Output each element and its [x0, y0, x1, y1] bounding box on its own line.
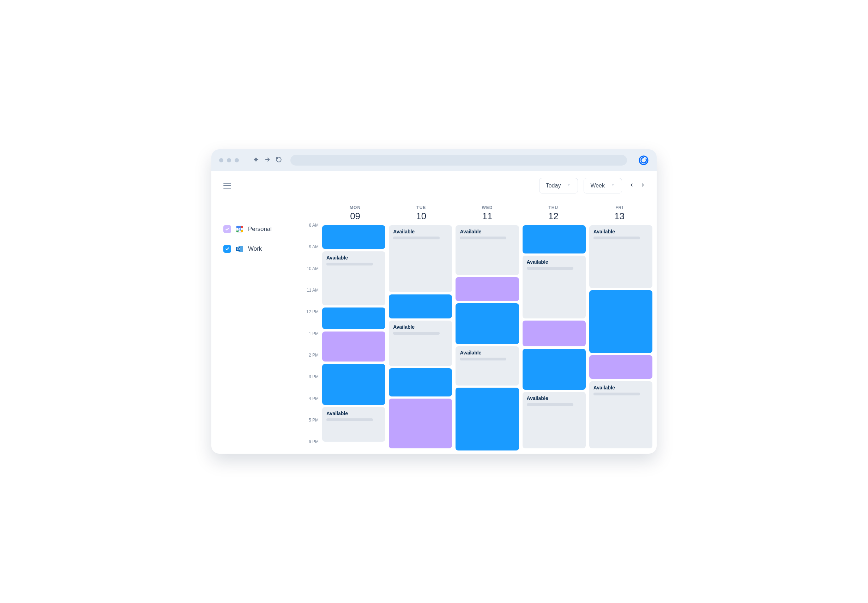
day-of-week: MON — [322, 205, 388, 210]
next-week-button[interactable] — [639, 181, 647, 190]
available-slot[interactable]: Available — [456, 225, 519, 275]
placeholder-line — [393, 237, 439, 240]
traffic-light-close[interactable] — [219, 158, 224, 162]
available-slot[interactable]: Available — [322, 251, 385, 305]
google-calendar-icon: 31 — [235, 225, 244, 233]
day-of-week: TUE — [388, 205, 454, 210]
busy-event[interactable] — [523, 225, 586, 254]
available-slot[interactable]: Available — [456, 346, 519, 385]
available-label: Available — [393, 229, 448, 234]
menu-button[interactable] — [224, 183, 231, 189]
busy-event[interactable] — [389, 294, 452, 318]
day-number: 10 — [388, 211, 454, 222]
refresh-icon[interactable] — [276, 156, 282, 164]
day-of-week: FRI — [586, 205, 652, 210]
busy-event[interactable] — [322, 331, 385, 362]
placeholder-line — [527, 267, 574, 270]
available-slot[interactable]: Available — [322, 407, 385, 442]
view-dropdown[interactable]: Week — [584, 178, 622, 193]
available-label: Available — [594, 229, 648, 234]
prev-week-button[interactable] — [628, 181, 635, 190]
available-slot[interactable]: Available — [389, 225, 452, 292]
placeholder-line — [393, 332, 439, 335]
available-slot[interactable]: Available — [589, 225, 652, 288]
placeholder-line — [460, 237, 506, 240]
calendar-label: Work — [248, 245, 262, 252]
day-column[interactable]: AvailableAvailable — [389, 225, 452, 453]
day-header: FRI13 — [586, 205, 652, 224]
caret-down-icon — [566, 182, 571, 189]
sidebar-item-personal[interactable]: 31 Personal — [224, 225, 290, 233]
sidebar-item-work[interactable]: Work — [224, 245, 290, 253]
today-label: Today — [546, 182, 561, 189]
busy-event[interactable] — [589, 290, 652, 353]
busy-event[interactable] — [322, 308, 385, 329]
busy-event[interactable] — [456, 277, 519, 301]
busy-event[interactable] — [322, 364, 385, 405]
calendly-logo-icon — [638, 155, 649, 165]
available-slot[interactable]: Available — [523, 256, 586, 319]
browser-nav — [253, 156, 282, 164]
header-controls: Today Week — [539, 178, 647, 193]
calendar-area: MON09TUE10WED11THU12FRI13 8 AM9 AM10 AM1… — [299, 200, 657, 454]
back-icon[interactable] — [253, 156, 259, 164]
traffic-light-max[interactable] — [234, 158, 239, 162]
today-dropdown[interactable]: Today — [539, 178, 578, 193]
checkbox-work[interactable] — [224, 245, 231, 253]
day-of-week: THU — [520, 205, 586, 210]
available-label: Available — [460, 350, 515, 356]
time-axis: 8 AM9 AM10 AM11 AM12 PM1 PM2 PM3 PM4 PM5… — [299, 225, 322, 453]
placeholder-line — [527, 403, 574, 406]
available-label: Available — [326, 411, 381, 416]
sidebar: 31 Personal Work — [211, 200, 299, 454]
busy-event[interactable] — [523, 320, 586, 347]
day-header: MON09 — [322, 205, 388, 224]
window-controls — [219, 158, 239, 162]
placeholder-line — [594, 393, 640, 396]
time-label: 5 PM — [309, 417, 319, 423]
busy-event[interactable] — [589, 355, 652, 379]
day-headers: MON09TUE10WED11THU12FRI13 — [299, 205, 652, 224]
day-column[interactable]: AvailableAvailable — [523, 225, 586, 453]
time-label: 4 PM — [309, 396, 319, 401]
day-header: WED11 — [454, 205, 520, 224]
forward-icon[interactable] — [264, 156, 271, 164]
day-column[interactable]: AvailableAvailable — [589, 225, 652, 453]
svg-rect-9 — [236, 247, 240, 251]
week-pager — [628, 181, 647, 190]
traffic-light-min[interactable] — [227, 158, 231, 162]
busy-event[interactable] — [389, 368, 452, 396]
app-header: Today Week — [211, 171, 657, 200]
available-slot[interactable]: Available — [589, 381, 652, 448]
browser-chrome — [211, 149, 657, 171]
day-number: 11 — [454, 211, 520, 222]
day-header: TUE10 — [388, 205, 454, 224]
available-label: Available — [527, 396, 581, 401]
caret-down-icon — [611, 182, 615, 189]
available-slot[interactable]: Available — [523, 392, 586, 448]
placeholder-line — [460, 358, 506, 360]
day-of-week: WED — [454, 205, 520, 210]
day-column[interactable]: AvailableAvailable — [322, 225, 385, 453]
busy-event[interactable] — [523, 349, 586, 390]
busy-event[interactable] — [456, 388, 519, 450]
available-label: Available — [393, 324, 448, 330]
available-label: Available — [326, 255, 381, 261]
calendar-label: Personal — [248, 226, 272, 233]
available-slot[interactable]: Available — [389, 320, 452, 366]
time-label: 10 AM — [307, 266, 319, 271]
available-label: Available — [460, 229, 515, 234]
time-label: 6 PM — [309, 439, 319, 444]
day-column[interactable]: AvailableAvailable — [456, 225, 519, 453]
app-body: 31 Personal Work MON09TUE10WED11THU12FRI… — [211, 200, 657, 454]
time-label: 9 AM — [309, 244, 319, 249]
day-number: 09 — [322, 211, 388, 222]
time-label: 8 AM — [309, 223, 319, 228]
busy-event[interactable] — [456, 303, 519, 345]
app-window: Today Week — [211, 149, 657, 454]
busy-event[interactable] — [322, 225, 385, 249]
busy-event[interactable] — [389, 399, 452, 448]
checkbox-personal[interactable] — [224, 225, 231, 233]
address-bar[interactable] — [290, 155, 627, 165]
available-label: Available — [594, 385, 648, 390]
